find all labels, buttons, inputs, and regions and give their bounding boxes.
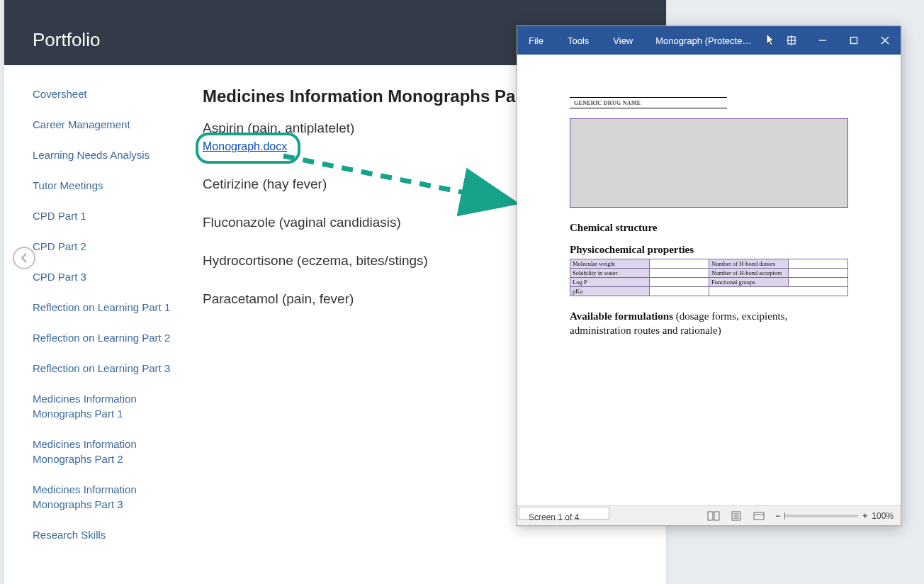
medicine-title: Paracetamol (pain, fever) <box>203 291 354 306</box>
sidebar-item-cpd2[interactable]: CPD Part 2 <box>33 239 174 254</box>
screen-indicator: Screen 1 of 4 <box>523 512 579 522</box>
medicine-title: Cetirizine (hay fever) <box>203 176 327 191</box>
minimize-button[interactable] <box>807 26 838 55</box>
cell-value <box>788 278 847 287</box>
sidebar-item-coversheet[interactable]: Coversheet <box>33 86 174 101</box>
cell-value <box>650 269 709 278</box>
table-row: pKa <box>570 287 848 296</box>
cell-value <box>788 259 847 269</box>
word-window: File Tools View Monograph (Protected… <box>517 26 901 526</box>
sidebar-item-monographs3[interactable]: Medicines Information Monographs Part 3 <box>33 482 174 512</box>
available-formulations-text: Available formulations (dosage forms, ex… <box>570 309 848 338</box>
cell-label: Number of H-bond acceptors <box>709 269 788 278</box>
print-layout-icon[interactable] <box>730 510 743 522</box>
page-title: Portfolio <box>33 29 100 51</box>
sidebar-item-learning-needs[interactable]: Learning Needs Analysis <box>33 147 174 162</box>
maximize-button[interactable] <box>838 26 869 55</box>
menu-tools[interactable]: Tools <box>568 35 589 46</box>
sidebar-item-career-management[interactable]: Career Management <box>33 117 174 132</box>
zoom-percent[interactable]: 100% <box>872 511 894 521</box>
fullscreen-button[interactable] <box>776 26 807 55</box>
menu-file[interactable]: File <box>529 35 543 46</box>
cell-value <box>650 259 709 269</box>
web-layout-icon[interactable] <box>753 510 765 522</box>
menu-view[interactable]: View <box>613 35 633 46</box>
cell-label: Number of H-bond donors <box>709 259 788 269</box>
word-titlebar: File Tools View Monograph (Protected… <box>517 26 901 55</box>
sidebar-item-reflection2[interactable]: Reflection on Learning Part 2 <box>33 330 174 345</box>
sidebar-item-tutor-meetings[interactable]: Tutor Meetings <box>33 178 174 193</box>
document-page: GENERIC DRUG NAME Chemical structure Phy… <box>517 55 901 338</box>
cell-label: Solubility in water <box>570 269 650 278</box>
cell-label: Functional groups <box>709 278 788 287</box>
read-mode-icon[interactable] <box>707 510 720 522</box>
document-title: Monograph (Protected… <box>655 35 755 46</box>
table-row: Solubility in water Number of H-bond acc… <box>570 269 848 278</box>
cell-label: pKa <box>570 287 650 296</box>
cell-label: Molecular weight <box>570 259 650 269</box>
svg-rect-9 <box>714 512 719 520</box>
sidebar-item-monographs1[interactable]: Medicines Information Monographs Part 1 <box>33 391 174 421</box>
sidebar-item-reflection1[interactable]: Reflection on Learning Part 1 <box>33 300 174 315</box>
sidebar-item-monographs2[interactable]: Medicines Information Monographs Part 2 <box>33 437 174 466</box>
cell-value <box>709 287 847 296</box>
zoom-out-button[interactable]: − <box>775 511 780 521</box>
image-placeholder <box>570 118 848 208</box>
cell-label: Log P <box>570 278 650 287</box>
generic-drug-name-label: GENERIC DRUG NAME <box>574 100 848 106</box>
medicine-title: Aspirin (pain, antiplatelet) <box>203 120 354 135</box>
svg-rect-14 <box>754 512 764 520</box>
cell-value <box>788 269 847 278</box>
sidebar-item-cpd1[interactable]: CPD Part 1 <box>33 208 174 223</box>
word-document-area[interactable]: GENERIC DRUG NAME Chemical structure Phy… <box>517 55 901 505</box>
svg-rect-8 <box>708 512 713 520</box>
svg-rect-5 <box>851 38 857 44</box>
carousel-prev-button[interactable] <box>13 247 35 269</box>
word-status-bar: Screen 1 of 4 − + 100% <box>517 505 901 525</box>
zoom-slider[interactable] <box>784 515 858 517</box>
table-row: Molecular weight Number of H-bond donors <box>570 259 848 269</box>
section-chemical-structure: Chemical structure <box>570 222 848 234</box>
available-formulations-label: Available formulations <box>570 310 673 322</box>
properties-table: Molecular weight Number of H-bond donors… <box>570 259 848 296</box>
cell-value <box>650 287 709 296</box>
sidebar: Coversheet Career Management Learning Ne… <box>33 86 174 558</box>
sidebar-item-cpd3[interactable]: CPD Part 3 <box>33 269 174 284</box>
table-row: Log P Functional groups <box>570 278 848 287</box>
zoom-in-button[interactable]: + <box>862 511 867 521</box>
section-physicochemical: Physicochemical properties <box>570 244 848 256</box>
cursor-icon <box>765 33 777 47</box>
close-button[interactable] <box>869 26 901 55</box>
medicine-title: Hydrocortisone (eczema, bites/stings) <box>203 253 428 268</box>
sidebar-item-reflection3[interactable]: Reflection on Learning Part 3 <box>33 361 174 376</box>
sidebar-item-research-skills[interactable]: Research Skills <box>33 527 174 542</box>
cell-value <box>650 278 709 287</box>
monograph-link[interactable]: Monograph.docx <box>203 140 287 153</box>
medicine-title: Fluconazole (vaginal candidiasis) <box>203 215 401 230</box>
